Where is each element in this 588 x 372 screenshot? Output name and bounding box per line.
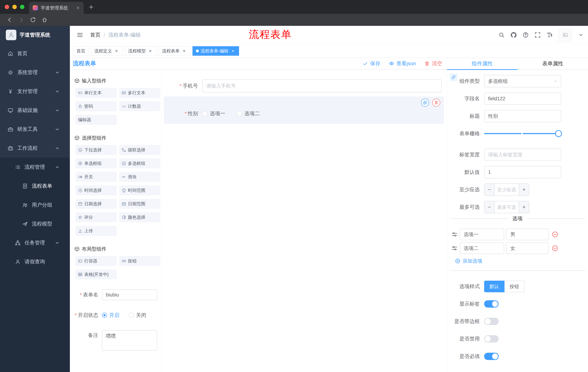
grid-slider[interactable] xyxy=(484,128,561,140)
new-tab-button[interactable] xyxy=(88,4,94,10)
sidebar-item-process-model[interactable]: 流程模型 xyxy=(0,214,70,233)
remove-option-button[interactable] xyxy=(552,231,558,238)
help-icon[interactable] xyxy=(523,32,529,38)
palette-item-color[interactable]: 颜色选择 xyxy=(119,213,160,222)
copy-field-button[interactable] xyxy=(421,99,429,107)
zoom-window-button[interactable] xyxy=(20,5,24,9)
form-name-input[interactable] xyxy=(102,289,157,300)
palette-item-select[interactable]: 下拉选择 xyxy=(76,145,116,155)
sidebar-item-user-group[interactable]: 用户分组 xyxy=(0,195,70,214)
palette-item-upload[interactable]: 上传 xyxy=(76,226,116,235)
remark-textarea[interactable]: 嘿嘿 xyxy=(102,330,157,351)
palette-item-table[interactable]: 表格[开发中] xyxy=(76,270,116,279)
user-avatar[interactable] xyxy=(558,28,572,42)
option-name-input[interactable] xyxy=(460,229,504,240)
palette-item-slider[interactable]: 滑块 xyxy=(119,172,160,182)
save-button[interactable]: 保存 xyxy=(363,60,380,67)
tag-home[interactable]: 首页 xyxy=(73,46,89,56)
tab-component-props[interactable]: 组件属性 xyxy=(447,58,518,70)
palette-item-input[interactable]: 单行文本 xyxy=(76,88,116,97)
palette-item-row[interactable]: 行容器 xyxy=(76,256,116,266)
palette-item-radio-group[interactable]: 单选框组 xyxy=(76,159,116,168)
switch-disabled[interactable] xyxy=(484,335,499,342)
title-input[interactable] xyxy=(484,110,561,122)
browser-tab[interactable]: 芋道管理系统 xyxy=(29,2,84,14)
style-default-button[interactable]: 默认 xyxy=(484,281,504,292)
browser-home-button[interactable] xyxy=(42,17,48,23)
default-value-input[interactable] xyxy=(484,166,561,178)
forward-button[interactable] xyxy=(18,17,24,23)
palette-item-cascader[interactable]: 级联选择 xyxy=(119,145,160,155)
palette-item-switch[interactable]: 开关 xyxy=(76,172,116,182)
sidebar-item-task-mgmt[interactable]: 任务管理 xyxy=(0,233,70,252)
tag-process-form-edit[interactable]: 流程表单-编辑× xyxy=(192,46,239,56)
sidebar-item-process-mgmt[interactable]: 流程管理 xyxy=(0,158,70,177)
min-select-input[interactable] xyxy=(495,184,519,195)
view-json-button[interactable]: 查看json xyxy=(389,60,416,67)
tag-process-definition[interactable]: 流程定义× xyxy=(91,46,123,56)
sidebar-toggle-icon[interactable] xyxy=(76,32,83,38)
option-drag-icon[interactable] xyxy=(451,231,458,237)
status-radio-option[interactable]: 关闭 xyxy=(129,312,146,319)
font-size-icon[interactable] xyxy=(546,32,553,38)
palette-item-password[interactable]: 密码 xyxy=(76,102,116,111)
checkbox-option[interactable]: 选项一 xyxy=(202,110,225,117)
sidebar-item-payment[interactable]: 支付管理 xyxy=(0,82,70,101)
component-type-value[interactable] xyxy=(484,75,561,87)
sidebar-item-system[interactable]: 系统管理 xyxy=(0,63,70,82)
increase-button[interactable] xyxy=(519,184,529,195)
minimize-window-button[interactable] xyxy=(12,5,17,9)
tag-process-form[interactable]: 流程表单× xyxy=(159,46,190,56)
reload-button[interactable] xyxy=(30,17,36,23)
sidebar-item-devtools[interactable]: 研发工具 xyxy=(0,120,70,139)
back-button[interactable] xyxy=(7,17,13,23)
option-name-input[interactable] xyxy=(460,242,504,254)
slider-handle[interactable] xyxy=(555,130,562,137)
status-radio-selected[interactable]: 开启 xyxy=(102,312,119,319)
sidebar-item-workflow[interactable]: 工作流程 xyxy=(0,139,70,158)
sidebar-item-process-form[interactable]: 流程表单 xyxy=(0,177,70,195)
tag-close-icon[interactable]: × xyxy=(114,48,119,54)
github-icon[interactable] xyxy=(511,32,517,38)
option-drag-icon[interactable] xyxy=(451,245,458,251)
option-value-input[interactable] xyxy=(506,229,548,240)
phone-input[interactable] xyxy=(202,79,442,93)
fullscreen-icon[interactable] xyxy=(535,32,541,38)
palette-item-textarea[interactable]: 多行文本 xyxy=(119,88,160,97)
style-button-button[interactable]: 按钮 xyxy=(504,281,525,292)
breadcrumb-home[interactable]: 首页 xyxy=(90,32,108,38)
switch-show-label[interactable] xyxy=(484,300,499,308)
option-value-input[interactable] xyxy=(506,242,548,254)
form-field-phone[interactable]: 手机号 xyxy=(166,79,442,93)
field-name-input[interactable] xyxy=(484,93,561,105)
label-width-input[interactable] xyxy=(484,149,561,161)
palette-item-time-range[interactable]: 时间范围 xyxy=(119,186,160,195)
tab-close-icon[interactable] xyxy=(76,6,80,10)
palette-item-rate[interactable]: 评分 xyxy=(76,213,116,222)
tab-form-props[interactable]: 表单属性 xyxy=(518,58,588,70)
increase-button[interactable] xyxy=(519,201,529,213)
decrease-button[interactable] xyxy=(484,184,495,195)
checkbox-option[interactable]: 选项二 xyxy=(237,110,260,117)
add-option-button[interactable]: 添加选项 xyxy=(455,257,588,265)
sidebar-item-infra[interactable]: 基础设施 xyxy=(0,101,70,120)
tag-close-icon[interactable]: × xyxy=(147,48,153,54)
switch-border[interactable] xyxy=(484,318,499,325)
form-canvas[interactable]: 手机号 性别 选项一选项二 xyxy=(162,70,447,372)
palette-item-checkbox-group[interactable]: 多选框组 xyxy=(119,159,160,168)
tag-process-model[interactable]: 流程模型× xyxy=(125,46,157,56)
palette-item-date-range[interactable]: 日期范围 xyxy=(119,199,160,209)
max-select-input[interactable] xyxy=(495,201,519,213)
brand[interactable]: 芋道管理系统 xyxy=(0,26,70,44)
palette-item-counter[interactable]: 123计数器 xyxy=(119,102,160,111)
remove-option-button[interactable] xyxy=(552,245,558,252)
sidebar-item-home[interactable]: 首页 xyxy=(0,44,70,63)
clear-button[interactable]: 清空 xyxy=(424,60,442,67)
palette-item-time[interactable]: 时间选择 xyxy=(76,186,116,195)
delete-field-button[interactable] xyxy=(432,99,440,107)
component-type-select[interactable] xyxy=(484,75,561,87)
selected-field-gender[interactable]: 性别 选项一选项二 xyxy=(164,96,444,124)
avatar-caret-icon[interactable] xyxy=(578,32,584,38)
close-window-button[interactable] xyxy=(5,5,9,9)
switch-required[interactable] xyxy=(484,353,499,360)
